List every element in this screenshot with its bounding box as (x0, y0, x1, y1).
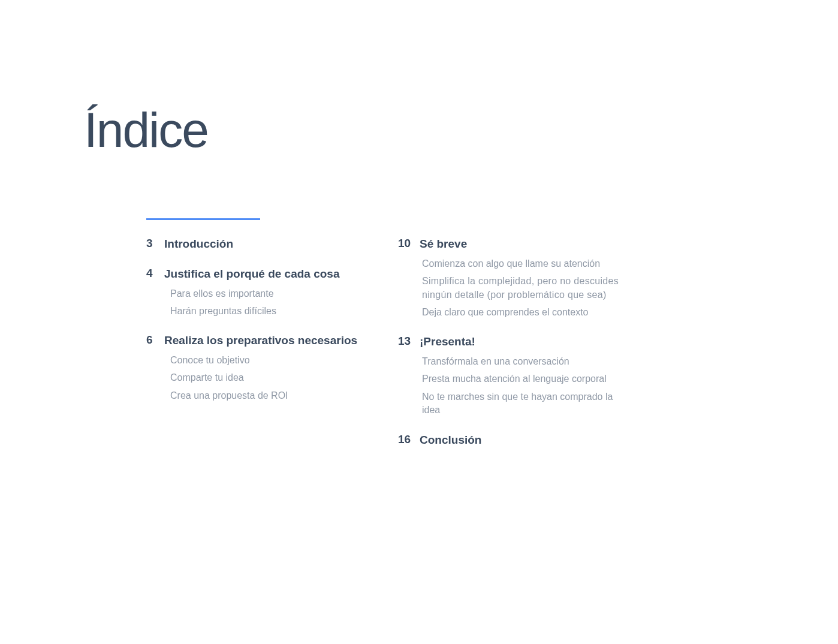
toc-page-number: 16 (398, 433, 420, 446)
toc-column-left: 3 Introducción 4 Justifica el porqué de … (146, 237, 369, 462)
toc-heading: 3 Introducción (146, 237, 369, 251)
toc-subsections: Para ellos es importante Harán preguntas… (170, 287, 369, 318)
toc-heading: 10 Sé breve (398, 237, 621, 251)
toc-section: 3 Introducción (146, 237, 369, 251)
toc-columns: 3 Introducción 4 Justifica el porqué de … (146, 237, 754, 462)
toc-section: 10 Sé breve Comienza con algo que llame … (398, 237, 621, 319)
toc-section-title: Introducción (164, 237, 233, 251)
toc-section-title: Realiza los preparativos necesarios (164, 333, 357, 348)
toc-section: 6 Realiza los preparativos necesarios Co… (146, 333, 369, 402)
toc-section: 16 Conclusión (398, 433, 621, 447)
toc-section-title: Justifica el porqué de cada cosa (164, 267, 340, 281)
toc-subsection: Transfórmala en una conversación (422, 355, 621, 368)
page-container: Índice 3 Introducción 4 Justifica el por… (0, 0, 838, 462)
toc-column-right: 10 Sé breve Comienza con algo que llame … (398, 237, 621, 462)
page-title: Índice (84, 102, 754, 158)
toc-page-number: 13 (398, 335, 420, 348)
toc-subsection: Simplifica la complejidad, pero no descu… (422, 275, 621, 302)
toc-heading: 13 ¡Presenta! (398, 335, 621, 349)
toc-subsection: No te marches sin que te hayan comprado … (422, 390, 621, 417)
toc-subsection: Crea una propuesta de ROI (170, 389, 369, 402)
toc-page-number: 6 (146, 333, 164, 347)
toc-heading: 4 Justifica el porqué de cada cosa (146, 267, 369, 281)
toc-page-number: 3 (146, 237, 164, 250)
toc-subsections: Conoce tu objetivo Comparte tu idea Crea… (170, 354, 369, 402)
toc-subsection: Deja claro que comprendes el contexto (422, 306, 621, 319)
accent-divider (146, 218, 260, 220)
toc-section-title: Sé breve (420, 237, 467, 251)
toc-subsections: Comienza con algo que llame su atención … (422, 257, 621, 320)
toc-subsection: Harán preguntas difíciles (170, 305, 369, 318)
toc-subsection: Presta mucha atención al lenguaje corpor… (422, 372, 621, 386)
toc-page-number: 10 (398, 237, 420, 250)
toc-subsection: Comienza con algo que llame su atención (422, 257, 621, 270)
toc-subsection: Conoce tu objetivo (170, 354, 369, 367)
toc-content: 3 Introducción 4 Justifica el porqué de … (146, 218, 754, 462)
toc-subsections: Transfórmala en una conversación Presta … (422, 355, 621, 417)
toc-heading: 16 Conclusión (398, 433, 621, 447)
toc-subsection: Para ellos es importante (170, 287, 369, 300)
toc-heading: 6 Realiza los preparativos necesarios (146, 333, 369, 348)
toc-section: 4 Justifica el porqué de cada cosa Para … (146, 267, 369, 318)
toc-page-number: 4 (146, 267, 164, 280)
toc-section-title: Conclusión (420, 433, 481, 447)
toc-subsection: Comparte tu idea (170, 371, 369, 384)
toc-section-title: ¡Presenta! (420, 335, 475, 349)
toc-section: 13 ¡Presenta! Transfórmala en una conver… (398, 335, 621, 417)
